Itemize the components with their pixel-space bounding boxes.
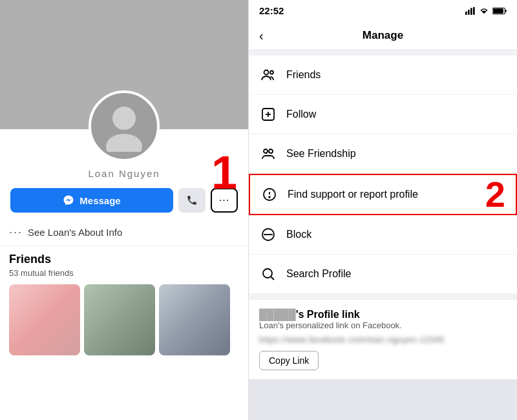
block-icon: [259, 226, 277, 244]
menu-item-block[interactable]: Block: [249, 215, 517, 255]
avatar: [89, 90, 160, 162]
follow-icon: [259, 105, 277, 123]
profile-link-suffix: 's Profile link: [296, 309, 360, 320]
svg-point-1: [106, 134, 142, 152]
friends-photos: [9, 284, 239, 355]
svg-rect-8: [493, 8, 503, 14]
svg-point-21: [263, 269, 272, 278]
battery-icon: [492, 7, 507, 15]
status-icons: [465, 7, 507, 15]
friends-section: Friends 53 mutual friends: [0, 246, 248, 362]
svg-rect-7: [505, 9, 507, 12]
friend-photo-3: [159, 284, 230, 355]
svg-point-18: [269, 196, 270, 198]
profile-link-section: █████'s Profile link Loan's personalized…: [249, 299, 517, 379]
bottom-gray-area: [249, 379, 517, 420]
manage-title: Manage: [363, 29, 403, 42]
about-info-row: ··· See Loan's About Info: [0, 222, 248, 246]
friend-photo-2: [84, 284, 155, 355]
profile-link-subtitle: Loan's personalized link on Facebook.: [259, 320, 507, 330]
menu-item-friends[interactable]: Friends: [249, 56, 517, 95]
status-bar: 22:52: [249, 0, 517, 21]
menu-label-friends: Friends: [286, 69, 321, 81]
svg-point-10: [270, 71, 273, 74]
menu-label-search: Search Profile: [286, 268, 352, 280]
avatar-container: [89, 90, 160, 162]
search-icon: [259, 265, 277, 283]
profile-link-title: █████'s Profile link: [259, 309, 507, 320]
cover-photo: [0, 0, 248, 129]
menu-label-block: Block: [286, 229, 311, 240]
manage-header: ‹ Manage: [249, 21, 517, 50]
friendship-icon: [259, 145, 277, 163]
back-arrow[interactable]: ‹: [259, 28, 264, 43]
menu-item-search[interactable]: Search Profile: [249, 255, 517, 294]
profile-link-name-blur: █████: [259, 309, 296, 320]
message-button[interactable]: Message: [10, 188, 173, 213]
status-time: 22:52: [259, 5, 284, 16]
friends-icon: [259, 66, 277, 84]
right-panel: 22:52 ‹ Manage: [249, 0, 517, 420]
menu-label-follow: Follow: [286, 109, 316, 120]
svg-rect-2: [465, 11, 467, 14]
friends-title: Friends: [9, 253, 239, 266]
report-icon: [260, 185, 279, 204]
profile-link-url: https://www.facebook.com/loan.nguyen.123…: [259, 335, 507, 344]
menu-item-follow[interactable]: Follow: [249, 95, 517, 134]
signal-icon: [465, 7, 476, 15]
phone-icon: [186, 194, 198, 206]
menu-item-report[interactable]: Find support or report profile 2: [249, 174, 517, 215]
manage-menu: Friends Follow See Friends: [249, 56, 517, 294]
avatar-silhouette: [98, 100, 150, 152]
svg-rect-3: [468, 10, 470, 15]
menu-label-report: Find support or report profile: [288, 189, 418, 200]
friends-mutual: 53 mutual friends: [9, 268, 239, 278]
friend-photo-1: [9, 284, 80, 355]
copy-link-button[interactable]: Copy Link: [259, 351, 319, 370]
svg-point-14: [264, 149, 268, 153]
url-blurred: https://www.facebook.com/loan.nguyen.123…: [259, 335, 445, 344]
annotation-number-2: 2: [485, 176, 505, 213]
more-dots: ···: [219, 194, 229, 206]
svg-rect-4: [470, 8, 472, 15]
menu-label-friendship: See Friendship: [286, 148, 356, 160]
about-dots-icon: ···: [9, 226, 23, 239]
wifi-icon: [479, 7, 489, 15]
left-panel: Loan Nguyen Message ··· 1 ··· See Loan's…: [0, 0, 249, 420]
svg-line-22: [271, 277, 275, 280]
svg-point-15: [269, 149, 273, 153]
about-info-label: See Loan's About Info: [28, 227, 122, 238]
phone-button[interactable]: [178, 188, 206, 213]
messenger-icon: [63, 194, 74, 206]
action-buttons: Message ··· 1: [0, 179, 248, 222]
menu-item-friendship[interactable]: See Friendship: [249, 134, 517, 174]
more-button[interactable]: ···: [211, 188, 238, 213]
svg-rect-5: [473, 7, 475, 15]
svg-point-0: [112, 107, 136, 130]
svg-point-9: [264, 70, 269, 75]
profile-name: Loan Nguyen: [0, 168, 248, 179]
